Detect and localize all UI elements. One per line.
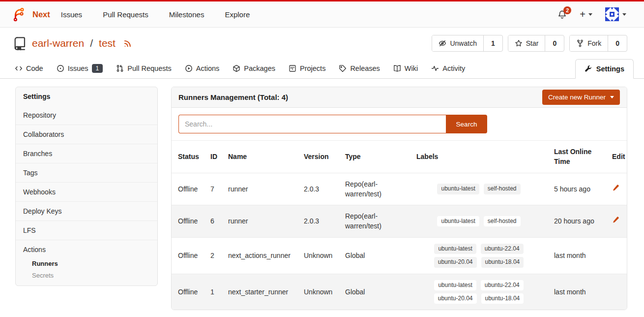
sidebar-item-deploy-keys[interactable]: Deploy Keys [16, 201, 157, 221]
tab-activity[interactable]: Activity [431, 58, 465, 78]
tab-wiki[interactable]: Wiki [393, 58, 418, 78]
tag-icon [339, 64, 347, 72]
repo-owner-link[interactable]: earl-warren [32, 37, 84, 49]
runner-name: runner [222, 173, 297, 205]
chevron-down-icon [588, 13, 592, 16]
tab-actions[interactable]: Actions [185, 58, 220, 78]
play-circle-icon [185, 64, 193, 72]
star-button-group: Star 0 [508, 35, 564, 52]
star-count[interactable]: 0 [545, 35, 564, 51]
runner-last-online: last month [548, 274, 606, 310]
runner-label-badge: ubuntu-latest [434, 280, 476, 290]
sidebar-item-collaborators[interactable]: Collaborators [16, 125, 157, 144]
watch-count[interactable]: 1 [483, 35, 502, 51]
page: Next IssuesPull RequestsMilestonesExplor… [0, 0, 644, 317]
user-menu[interactable] [605, 7, 626, 21]
repo-name-link[interactable]: test [99, 37, 116, 49]
table-row: Offline6runner2.0.3Repo(earl-warren/test… [172, 205, 627, 238]
navbar-links: IssuesPull RequestsMilestonesExplore [61, 10, 250, 19]
rss-icon[interactable] [123, 39, 132, 48]
runner-status: Offline [172, 205, 204, 238]
fork-button-group: Fork 0 [569, 35, 627, 52]
create-new-runner-button[interactable]: Create new Runner [542, 90, 620, 105]
edit-runner-button[interactable] [612, 184, 619, 191]
tab-issues[interactable]: Issues 1 [57, 58, 103, 78]
runner-labels: ubuntu-latestubuntu-22.04ubuntu-20.04ubu… [410, 237, 548, 274]
edit-runner-button[interactable] [612, 216, 619, 223]
chevron-down-icon [622, 13, 626, 16]
tab-packages[interactable]: Packages [233, 58, 275, 78]
column-header-last-online-time: Last Online Time [548, 141, 606, 173]
tab-pull-requests[interactable]: Pull Requests [116, 58, 171, 78]
watch-button-group: Unwatch 1 [432, 35, 502, 52]
runner-label-badge: self-hosted [484, 216, 521, 226]
runner-name: next_actions_runner [222, 237, 297, 274]
runner-label-badge: ubuntu-20.04 [434, 257, 477, 267]
column-header-labels: Labels [410, 141, 548, 173]
runner-edit-cell [606, 237, 627, 274]
create-new-dropdown[interactable]: + [580, 9, 592, 20]
sidebar-subitem-secrets[interactable]: Secrets [32, 272, 150, 279]
runner-last-online: 5 hours ago [548, 173, 606, 205]
tab-projects[interactable]: Projects [289, 58, 325, 78]
notifications-button[interactable]: 2 [557, 10, 567, 19]
runner-id: 2 [204, 237, 222, 274]
forgejo-logo-icon[interactable] [11, 6, 26, 22]
runner-version: 2.0.3 [297, 205, 339, 238]
brand-label[interactable]: Next [32, 10, 50, 19]
labels-wrap: ubuntu-latestubuntu-22.04ubuntu-20.04ubu… [425, 280, 532, 304]
sidebar-item-tags[interactable]: Tags [16, 163, 157, 182]
runner-label-badge: ubuntu-18.04 [481, 257, 524, 267]
pulse-icon [431, 64, 439, 72]
column-header-type: Type [339, 141, 410, 173]
runner-type: Repo(earl-warren/test) [339, 173, 410, 205]
tab-releases[interactable]: Releases [339, 58, 380, 78]
table-row: Offline2next_actions_runnerUnknownGlobal… [172, 237, 627, 274]
navbar-item-milestones[interactable]: Milestones [169, 10, 205, 19]
unwatch-button[interactable]: Unwatch [432, 35, 483, 51]
navbar-item-pull-requests[interactable]: Pull Requests [103, 10, 148, 19]
eye-slash-icon [439, 39, 446, 47]
navbar: Next IssuesPull RequestsMilestonesExplor… [0, 1, 644, 28]
sidebar-item-lfs[interactable]: LFS [16, 221, 157, 240]
book-icon [393, 64, 401, 72]
runner-label-badge: ubuntu-20.04 [434, 293, 477, 304]
runner-label-badge: ubuntu-latest [437, 184, 479, 194]
table-row: Offline1next_starter_runnerUnknownGlobal… [172, 274, 627, 310]
fork-count[interactable]: 0 [608, 35, 627, 51]
runner-type: Global [339, 237, 410, 274]
runner-status: Offline [172, 274, 204, 310]
sidebar-item-actions[interactable]: Actions [23, 246, 150, 254]
search-button[interactable]: Search [446, 115, 487, 133]
runner-labels: ubuntu-latestself-hosted [410, 173, 548, 205]
star-button[interactable]: Star [508, 35, 545, 51]
repo-separator: / [90, 37, 93, 49]
navbar-item-explore[interactable]: Explore [225, 10, 250, 19]
runner-label-badge: ubuntu-22.04 [481, 244, 524, 254]
sidebar-item-webhooks[interactable]: Webhooks [16, 182, 157, 201]
column-header-id: ID [204, 141, 222, 173]
sidebar-section-actions: Actions RunnersSecrets [16, 240, 157, 285]
sidebar-item-repository[interactable]: Repository [16, 106, 157, 125]
search-input[interactable] [178, 115, 446, 133]
runner-version: Unknown [297, 237, 339, 274]
sidebar-item-branches[interactable]: Branches [16, 144, 157, 163]
runner-type: Global [339, 274, 410, 310]
tab-code[interactable]: Code [15, 58, 43, 78]
labels-wrap: ubuntu-latestself-hosted [425, 184, 532, 194]
runners-table: StatusIDNameVersionTypeLabelsLast Online… [172, 141, 627, 310]
table-header-row: StatusIDNameVersionTypeLabelsLast Online… [172, 141, 627, 173]
runner-labels: ubuntu-latestself-hosted [410, 205, 548, 238]
sidebar-subitem-runners[interactable]: Runners [32, 260, 150, 267]
panel-title: Runners Management (Total: 4) [178, 93, 288, 101]
tab-settings[interactable]: Settings [575, 59, 634, 79]
notification-count-badge: 2 [563, 6, 571, 14]
column-header-status: Status [172, 141, 204, 173]
issues-count-badge: 1 [92, 64, 103, 73]
runner-id: 7 [204, 173, 222, 205]
runner-labels: ubuntu-latestubuntu-22.04ubuntu-20.04ubu… [410, 274, 548, 310]
navbar-item-issues[interactable]: Issues [61, 10, 82, 19]
fork-button[interactable]: Fork [570, 35, 608, 51]
search-row: Search [172, 108, 627, 141]
table-row: Offline7runner2.0.3Repo(earl-warren/test… [172, 173, 627, 205]
